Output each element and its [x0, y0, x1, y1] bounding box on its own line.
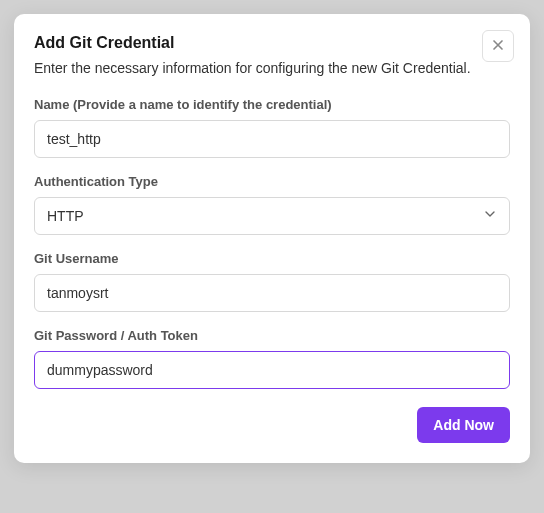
modal-subtitle: Enter the necessary information for conf… [34, 58, 510, 79]
auth-type-label: Authentication Type [34, 174, 510, 189]
add-git-credential-modal: Add Git Credential Enter the necessary i… [14, 14, 530, 463]
form-group-password: Git Password / Auth Token [34, 328, 510, 389]
close-button[interactable] [482, 30, 514, 62]
add-now-button[interactable]: Add Now [417, 407, 510, 443]
auth-type-select-wrapper: HTTP [34, 197, 510, 235]
form-group-name: Name (Provide a name to identify the cre… [34, 97, 510, 158]
form-group-username: Git Username [34, 251, 510, 312]
name-input[interactable] [34, 120, 510, 158]
auth-type-select[interactable]: HTTP [34, 197, 510, 235]
close-icon [490, 37, 506, 56]
password-input[interactable] [34, 351, 510, 389]
password-label: Git Password / Auth Token [34, 328, 510, 343]
modal-title: Add Git Credential [34, 34, 510, 52]
username-label: Git Username [34, 251, 510, 266]
modal-header: Add Git Credential Enter the necessary i… [34, 34, 510, 79]
username-input[interactable] [34, 274, 510, 312]
form-group-auth-type: Authentication Type HTTP [34, 174, 510, 235]
name-label: Name (Provide a name to identify the cre… [34, 97, 510, 112]
modal-footer: Add Now [34, 407, 510, 443]
